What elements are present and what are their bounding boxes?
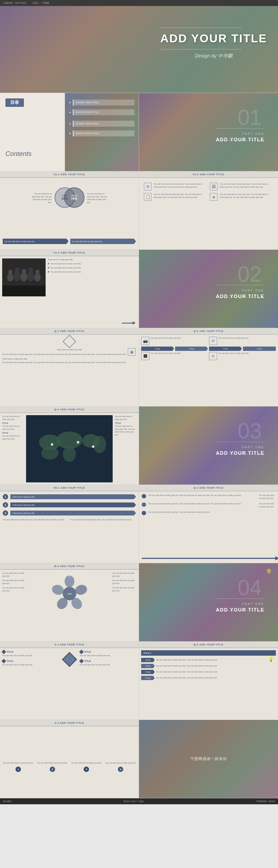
map-left-text-3: You can click here to enter your text. [2, 435, 24, 440]
slide-row-4: 01-3 ADD YOUR TITLE [0, 250, 278, 328]
timeline-dot-1 [142, 494, 146, 498]
svg-rect-1 [2, 285, 46, 297]
decorated-title-row: TITLE 1 [141, 650, 276, 656]
bullet-text-3: You can click here to enter your text. [51, 271, 81, 273]
map-right: You can click here to enter your text. T… [115, 415, 137, 483]
timeline-item-1: You can click here to enter your text. Y… [142, 494, 275, 500]
part04-part-label: PART ONE [216, 602, 265, 606]
timeline-right-1: You can click here to enter your text. [259, 494, 275, 500]
slide-title: ADD YOUR TITLE Design by 中华麟 [0, 6, 278, 93]
dec-item-1: TITLE You can click here to enter your t… [141, 658, 276, 662]
icon-photo: 🖼 [210, 183, 218, 190]
slide-final-1-header: 4-3 ADD YOUR TITLE [0, 720, 139, 726]
chart-num-1: 1 [16, 767, 21, 772]
svg-point-17 [41, 446, 59, 460]
timeline-content-3: You can click here to enter your text. Y… [148, 511, 275, 514]
col-icon-2: ✉ [209, 337, 217, 345]
slide-timeline-content: You can click here to enter your text. Y… [139, 491, 278, 563]
slide-contents: 目录 Contents ENTER YOUR TITLE ENTER YOUR … [0, 93, 139, 171]
bottom-arrow-indicator [122, 321, 136, 324]
slide-row-5: Q-1 ADD YOUR TITLE Click here to add you… [0, 328, 278, 406]
diamond-area [2, 337, 137, 346]
slide-hub-content: You can click here to enter your text. Y… [0, 570, 139, 641]
dec-label-3: TITLE [141, 670, 155, 674]
timeline-content-2: You can click here to enter your text. Y… [148, 502, 257, 505]
click-add-title: Click here to add your title [2, 348, 137, 351]
part04-number: 04 [238, 577, 262, 598]
chart-num-2: 2 [50, 767, 55, 772]
chart-col-4: You can click here to enter your text. 4 [105, 762, 137, 772]
part04-divider [216, 598, 265, 599]
step-num-3: 3 [3, 510, 8, 516]
dec-text-2: You can click here to enter your text. Y… [156, 664, 276, 667]
part01-number: 01 [238, 106, 262, 128]
slide-map-header: Q-2 ADD YOUR TITLE [0, 406, 139, 413]
timeline-text-3: You can click here to enter your text. Y… [148, 511, 275, 514]
svg-text:⬡: ⬡ [68, 575, 71, 578]
part04-title: ADD YOUR TITLE [216, 607, 265, 613]
icon-gear: ⚙ [144, 183, 151, 190]
slide-final-1-title: 4-3 ADD YOUR TITLE [55, 721, 84, 724]
contents-item-4-text: ENTER YOUR TITLE [73, 130, 134, 136]
slide-01-3: 01-3 ADD YOUR TITLE [0, 250, 139, 328]
hub-left-2: You can click here to enter your text. [2, 579, 27, 585]
part03-number: 03 [238, 420, 262, 442]
slide-steps-title: 05-1 ADD YOUR TITLE [54, 487, 85, 489]
slide-map-content: You can click here to enter your text. T… [0, 413, 139, 485]
part02-divider2 [216, 297, 265, 298]
svg-point-5 [15, 267, 20, 272]
slide-steps-content: 1 Click here to add your title 2 Click h… [0, 491, 139, 563]
map-title-3: TITLE [115, 422, 137, 424]
part03-part-label: PART ONE [216, 446, 265, 449]
svg-text:hub: hub [67, 592, 72, 595]
bulb-icon: 💡 [265, 569, 273, 576]
slides-container: 汇报时间：2017年8月 汇报人：千图网 ADD YOUR TITLE Desi… [0, 0, 278, 804]
slide-01-3-content: Click here to add your title You can cli… [0, 256, 139, 328]
step-bar-1: Click here to add your title [10, 494, 136, 499]
step-2: 2 Click here to add your title [3, 502, 136, 507]
slide-row-8: B-5 ADD YOUR TITLE You can click here to… [0, 563, 278, 642]
list-left: TITLE You can click here to enter your t… [2, 650, 59, 669]
dot-1 [69, 102, 71, 103]
list-title-3: TITLE [84, 651, 91, 653]
bullets-area: Click here to add your title You can cli… [48, 258, 137, 326]
slide-decorated-content: TITLE 1 TITLE You can click here to ente… [139, 648, 278, 720]
bottom-text-1: You can click here to enter your text. [150, 352, 208, 360]
bullet-dot-1 [48, 263, 49, 265]
part02-part-label: PART ONE [216, 289, 265, 292]
dec-text-1: You can click here to enter your text. Y… [156, 659, 276, 661]
slide-part03: 03 PART ONE ADD YOUR TITLE [139, 406, 278, 485]
contents-item-1-text: ENTER YOUR TITLE [73, 99, 134, 105]
double-circle: TITLE 30% TITLE 70% [55, 186, 84, 210]
step-text-1: You can click here to enter your text. Y… [3, 519, 69, 522]
slide-01-1: 01-1 ADD YOUR TITLE You can click here t… [0, 172, 139, 249]
timeline-item-3: You can click here to enter your text. Y… [142, 511, 275, 515]
bottom-arrows: You can click here to enter your text. Y… [3, 239, 136, 244]
slide-01-2-title: 01-2 ADD YOUR TITLE [193, 173, 224, 176]
list-item-2-header: TITLE [2, 659, 59, 663]
slide-decorated-header: Q-2 ADD YOUR TITLE [139, 642, 278, 648]
circle-right-label: TITLE [71, 194, 77, 197]
dec-label-2: TITLE [141, 664, 155, 668]
col-text-1: You can click here to enter your text. [150, 337, 208, 345]
hub-right-3: You can click here to enter your text. [112, 587, 137, 592]
icon-3-text: You can click here to enter your text. Y… [154, 193, 207, 199]
slide-01-2-content: ⚙ You can click here to enter your text.… [139, 178, 278, 249]
click-add-title-2: Click here to add your title [2, 358, 137, 360]
list-text-1: You can click here to enter your text. [2, 654, 59, 657]
slide-row-3: 01-1 ADD YOUR TITLE You can click here t… [0, 172, 278, 250]
slide-list-header: 4-1 ADD YOUR TITLE [0, 642, 139, 648]
chart-num-4: 4 [118, 767, 123, 772]
bullet-1: You can click here to enter your text. [48, 262, 137, 265]
slide-row-2: 目录 Contents ENTER YOUR TITLE ENTER YOUR … [0, 93, 278, 172]
svg-point-19 [51, 443, 54, 446]
contents-header-box: 目录 [5, 98, 24, 107]
slide-part04: 04 PART ONE ADD YOUR TITLE 💡 [139, 563, 278, 641]
timeline-text-1: You can click here to enter your text. Y… [148, 494, 257, 497]
decorated-title-1: TITLE 1 [141, 650, 276, 656]
contents-item-4: ENTER YOUR TITLE [69, 130, 134, 136]
map-left-text-2: You can click here to enter your text. [2, 425, 24, 431]
map-right-text-2: You can click here to enter your text. Y… [115, 425, 137, 436]
list-title-4: TITLE [84, 660, 91, 662]
center-diamond [62, 652, 77, 667]
